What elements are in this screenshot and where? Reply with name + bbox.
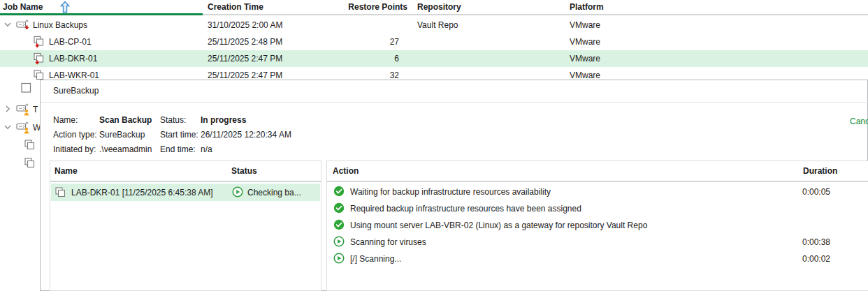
status-label: Status:: [160, 115, 186, 125]
vm-red-icon: [32, 36, 48, 48]
header-underline: [50, 181, 321, 182]
job-name-label: LAB-CP-01: [48, 37, 92, 47]
table-row[interactable]: Linux Backups 31/10/2025 2:00 AM Vault R…: [0, 17, 868, 33]
success-icon: [333, 219, 345, 232]
action-duration: 0:00:38: [802, 237, 830, 247]
tree-item[interactable]: [23, 137, 38, 154]
chevron-icon[interactable]: [20, 54, 32, 64]
vm-list-header: Name Status: [50, 161, 321, 181]
column-header-action[interactable]: Action: [333, 166, 359, 176]
column-header-repository[interactable]: Repository: [417, 2, 461, 12]
chevron-right-icon[interactable]: [3, 105, 16, 114]
creation-time-cell: 25/11/2025 2:47 PM: [208, 54, 282, 64]
action-text: [/] Scanning...: [350, 254, 401, 264]
veeam-app-window: Job Name Creation Time Restore Points Re…: [0, 0, 868, 291]
action-text: Scanning for viruses: [350, 237, 426, 247]
platform-cell: VMware: [570, 54, 600, 64]
surebackup-session-dialog: SureBackup Name: Scan Backup Status: In …: [40, 80, 868, 291]
success-icon: [333, 186, 345, 199]
vm-icon: [23, 139, 38, 151]
vm-icon: [23, 157, 38, 170]
tree-item[interactable]: T: [3, 101, 38, 118]
platform-cell: VMware: [570, 37, 600, 47]
creation-time-cell: 31/10/2025 2:00 AM: [208, 20, 282, 30]
platform-cell: VMware: [570, 70, 600, 80]
column-header-name[interactable]: Name: [55, 166, 78, 176]
action-type-label: Action type:: [53, 130, 97, 140]
initiated-by-value: .\veeamadmin: [99, 144, 152, 154]
jobs-table-body: Linux Backups 31/10/2025 2:00 AM Vault R…: [0, 17, 868, 84]
in-progress-icon: [232, 186, 243, 200]
action-row[interactable]: Scanning for viruses 0:00:38: [328, 233, 868, 250]
vm-list: Name Status LAB-DKR-01 [11/25/2025 6:45:…: [50, 161, 321, 291]
vm-icon: [54, 186, 66, 201]
job-name-cell: LAB-DKR-01: [0, 50, 97, 67]
success-icon: [333, 202, 345, 216]
column-header-platform[interactable]: Platform: [570, 2, 604, 12]
cancel-button[interactable]: Cancel: [850, 117, 868, 126]
start-time-label: Start time:: [160, 130, 198, 140]
job-name-cell: Linux Backups: [0, 17, 87, 33]
tree-item-label: T: [31, 105, 38, 114]
column-header-status[interactable]: Status: [231, 166, 257, 176]
chevron-icon[interactable]: [20, 37, 32, 47]
dialog-title: SureBackup: [53, 86, 99, 96]
chevron-icon[interactable]: [20, 70, 32, 80]
vm-name: LAB-DKR-01 [11/25/2025 6:45:38 AM]: [71, 188, 213, 197]
job-name-label: LAB-WKR-01: [48, 70, 99, 80]
column-header-restore-points[interactable]: Restore Points: [321, 2, 407, 12]
job-name-label: Linux Backups: [31, 20, 87, 30]
tree-item[interactable]: [23, 155, 38, 172]
action-list: Action Duration Waiting for backup infra…: [326, 161, 868, 291]
column-header-job-name[interactable]: Job Name: [3, 2, 43, 12]
action-type-value: SureBackup: [99, 130, 145, 140]
column-header-creation-time[interactable]: Creation Time: [208, 2, 263, 12]
action-row[interactable]: [/] Scanning... 0:00:02: [328, 250, 868, 267]
header-underline: [327, 181, 868, 182]
header-underline: [203, 14, 868, 15]
job-name-cell: LAB-CP-01: [0, 33, 92, 50]
start-time-value: 26/11/2025 12:20:34 AM: [201, 130, 291, 140]
name-value: Scan Backup: [99, 115, 152, 125]
restore-points-cell: 27: [321, 37, 399, 47]
restore-points-cell: 32: [321, 70, 399, 80]
creation-time-cell: 25/11/2025 2:48 PM: [208, 37, 282, 47]
sorted-column-underline: [0, 13, 203, 15]
status-value: In progress: [201, 115, 246, 125]
creation-time-cell: 25/11/2025 2:47 PM: [208, 70, 282, 80]
backup-job-red-icon: [16, 19, 31, 31]
job-name-label: LAB-DKR-01: [48, 54, 97, 64]
end-time-label: End time:: [160, 144, 196, 154]
action-text: Using mount server LAB-VBR-02 (Linux) as…: [350, 221, 647, 230]
tree-item[interactable]: W: [3, 119, 41, 136]
backup-job-user-icon: [16, 103, 31, 116]
chevron-down-icon[interactable]: [3, 123, 16, 133]
platform-cell: VMware: [570, 20, 600, 30]
initiated-by-label: Initiated by:: [53, 144, 96, 154]
in-progress-icon: [333, 253, 345, 266]
action-row[interactable]: Required backup infrastructure resources…: [328, 200, 868, 216]
vm-red-icon: [32, 52, 48, 65]
action-list-header: Action Duration: [327, 161, 868, 181]
action-duration: 0:00:02: [802, 254, 830, 264]
repository-cell: Vault Repo: [417, 20, 458, 30]
jobs-table-header: Job Name Creation Time Restore Points Re…: [0, 0, 868, 15]
end-time-value: n/a: [201, 144, 212, 154]
backup-job-user-icon: [16, 121, 31, 134]
vm-icon: [21, 82, 31, 96]
vm-status: Checking ba...: [247, 188, 301, 197]
table-row[interactable]: LAB-CP-01 25/11/2025 2:48 PM 27 VMware: [0, 33, 868, 50]
in-progress-icon: [333, 236, 345, 249]
restore-points-cell: 6: [321, 54, 399, 64]
column-header-duration[interactable]: Duration: [803, 166, 837, 176]
vm-row[interactable]: LAB-DKR-01 [11/25/2025 6:45:38 AM] Check…: [51, 184, 320, 201]
table-row[interactable]: LAB-DKR-01 25/11/2025 2:47 PM 6 VMware: [0, 50, 868, 67]
action-row[interactable]: Using mount server LAB-VBR-02 (Linux) as…: [328, 216, 868, 233]
name-label: Name:: [53, 115, 78, 125]
expanded-icon[interactable]: [3, 20, 16, 30]
title-separator: [41, 102, 868, 103]
action-text: Required backup infrastructure resources…: [350, 204, 581, 214]
action-row[interactable]: Waiting for backup infrastructure resour…: [328, 183, 868, 200]
action-text: Waiting for backup infrastructure resour…: [350, 187, 551, 197]
action-duration: 0:00:05: [802, 187, 830, 197]
